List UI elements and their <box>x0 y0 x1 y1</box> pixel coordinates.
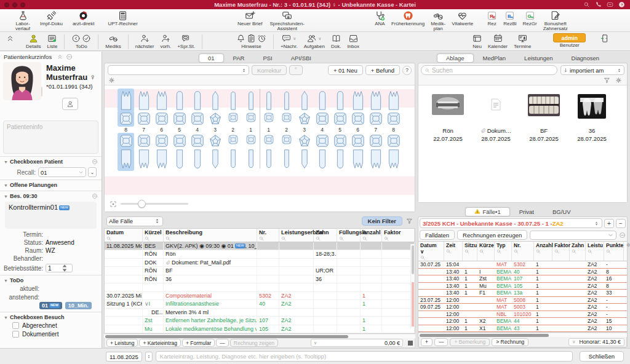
tooth-15-root-lower[interactable] <box>170 148 188 170</box>
add-service-button[interactable]: + <box>421 338 433 346</box>
doc-thumbnail[interactable] <box>476 94 516 125</box>
column-header-kürze[interactable]: Kürze <box>477 242 495 261</box>
column-header-nr-[interactable]: Nr. <box>512 242 534 261</box>
checkbox[interactable] <box>12 322 19 329</box>
column-search-icon[interactable] <box>384 236 389 241</box>
tooth-25-occlusal-lower[interactable] <box>331 133 349 148</box>
journal-row[interactable]: 11.08.2025 Mo.BESGKV(2. APK) ◉ 09:30 ◉ 0… <box>105 242 415 251</box>
journal-row[interactable]: ZstEntfernen harter Zahnbeläge, je Sitzu… <box>105 317 415 325</box>
tooth-18-occlusal[interactable] <box>117 111 135 126</box>
column-search-icon[interactable] <box>339 236 344 241</box>
zoom-window-button[interactable] <box>20 2 25 7</box>
tab-leistungen[interactable]: Leistungen <box>515 53 562 63</box>
xray-thumbnail[interactable] <box>572 94 612 125</box>
column-header-anzahl[interactable]: Anzahl <box>361 229 382 242</box>
help-button[interactable]: ? <box>402 66 412 75</box>
zoom-slider[interactable] <box>121 203 188 205</box>
checkbox-row-abgerechnet[interactable]: Abgerechnet <box>12 322 98 329</box>
column-header-kürzel[interactable]: Kürzel <box>143 229 164 242</box>
toolbar-item-chevup2[interactable] <box>2 33 18 44</box>
rechnung-button[interactable]: > Rechnung <box>492 338 528 346</box>
tooth-13-occlusal-lower[interactable] <box>206 133 224 148</box>
tooth-13-root-lower[interactable] <box>206 148 224 170</box>
column-search-icon[interactable] <box>259 236 264 241</box>
tab-privat[interactable]: Privat <box>510 207 543 216</box>
sort-select[interactable]: importiert am <box>560 65 624 75</box>
tooth-23-occlusal-lower[interactable] <box>295 133 313 148</box>
tooth-21-root[interactable] <box>260 89 277 111</box>
tab-01[interactable]: 01 <box>199 53 224 63</box>
billing-row[interactable]: 12:001X2BEMA441ZA215 <box>418 318 627 325</box>
tooth-15-root[interactable] <box>170 89 188 111</box>
column-header-nr-[interactable]: Nr. <box>257 229 279 242</box>
help-icon[interactable]: ? <box>618 1 625 8</box>
toolbar-item-nachr[interactable]: ∨+Nachr. <box>277 33 301 49</box>
tooth-11-occlusal[interactable] <box>242 111 260 126</box>
patient-detail-button[interactable] <box>62 98 78 110</box>
column-search-icon[interactable] <box>316 236 321 241</box>
column-header-datum[interactable]: Datum <box>105 229 143 242</box>
toolbar-item-termine[interactable]: Termine <box>511 33 534 49</box>
toolbar-item-aufgaben[interactable]: ∨Aufgaben <box>301 33 328 49</box>
betriebsstaette-stepper[interactable]: 1 <box>46 264 73 272</box>
billing-row[interactable]: 09.07.2512:00MAT50031ZA2- <box>418 304 627 311</box>
column-header-anzahl[interactable]: Anzahl <box>534 242 552 261</box>
tooth-26-occlusal-lower[interactable] <box>349 133 367 148</box>
journal-button-[interactable]: — <box>216 339 229 347</box>
tooth-18-occlusal-lower[interactable] <box>117 133 135 148</box>
tooth-16-root-lower[interactable] <box>153 148 170 170</box>
checkbox[interactable] <box>12 331 19 338</box>
billing-row[interactable]: 12:00NBL1010201ZA2- <box>418 311 627 318</box>
command-input[interactable]: Karteieintrag, Leistung, Diagnose etc. h… <box>156 351 573 362</box>
toolbar-item-hinweise[interactable]: Hinweise <box>233 33 269 49</box>
column-header-faktor[interactable]: Faktor <box>382 229 415 242</box>
journal-row[interactable]: MuLokale medikamentöse Behandlung von Sc… <box>105 325 415 334</box>
korrektur-button[interactable]: Korrektur <box>252 65 287 75</box>
tooth-12-root[interactable] <box>224 89 242 111</box>
minus-circle-icon[interactable] <box>92 193 98 199</box>
gear-icon[interactable] <box>626 242 630 248</box>
ablage-item-rn[interactable]: Rön22.07.2025 <box>428 94 468 202</box>
column-search-icon[interactable] <box>145 236 150 241</box>
gear-icon[interactable] <box>615 77 622 84</box>
tooth-18-root[interactable] <box>117 89 135 111</box>
tooth-22-root-lower[interactable] <box>277 148 295 170</box>
journal-button-leistung[interactable]: + Leistung <box>106 339 138 347</box>
kein-filter-button[interactable]: Kein Filter <box>362 216 402 226</box>
patient-info-field[interactable]: Patienteninfo <box>3 121 98 154</box>
tooth-25-root[interactable] <box>331 89 349 111</box>
minimize-window-button[interactable] <box>12 2 17 7</box>
billing-row[interactable]: 30.07.2515:04MAT53021ZA2- <box>418 261 627 269</box>
toolbar-item-rez[interactable]: RRez <box>484 10 500 26</box>
journal-row-spacer[interactable] <box>105 283 415 292</box>
billing-hscrollbar[interactable] <box>418 333 627 337</box>
case-filter-select[interactable]: Alle Fälle <box>106 216 163 226</box>
column-header-punkte[interactable]: Punkte <box>604 242 624 261</box>
tab-f-lle-1[interactable]: Fälle•1 <box>465 207 509 216</box>
journal-row[interactable]: RÖNRön18-28;3… <box>105 250 415 259</box>
tooth-23-occlusal[interactable] <box>295 111 313 126</box>
tab-api-sbi[interactable]: API/SBI <box>282 53 321 63</box>
journal-button-karteieintrag[interactable]: + Karteieintrag <box>139 339 181 347</box>
toolbar-item-impf-doku[interactable]: Impf-Doku <box>37 10 66 26</box>
column-search-icon[interactable] <box>165 236 170 241</box>
tooth-24-root-lower[interactable] <box>313 148 331 170</box>
toolbar-item-upt-rechner[interactable]: UPT-Rechner <box>105 10 140 26</box>
pano-thumbnail[interactable] <box>428 94 468 125</box>
tooth-24-occlusal[interactable] <box>313 111 331 126</box>
minus-circle-icon[interactable] <box>63 53 70 60</box>
phone-icon[interactable] <box>595 1 602 8</box>
tooth-28-occlusal[interactable] <box>385 111 402 126</box>
tooth-26-occlusal[interactable] <box>349 111 367 126</box>
tab-ablage[interactable]: Ablage <box>437 53 474 63</box>
toolbar-item-neuer-brief[interactable]: Neuer Brief <box>234 10 265 26</box>
tooth-27-root-lower[interactable] <box>367 148 385 170</box>
toolbar-item-inbox[interactable]: Inbox <box>344 33 362 49</box>
recall-expand-button[interactable]: ⌄ <box>88 167 97 177</box>
column-search-icon[interactable] <box>281 236 286 241</box>
journal-row[interactable]: RÖNBFUR;OR <box>105 267 415 275</box>
tooth-21-occlusal[interactable] <box>260 111 277 126</box>
billing-row[interactable]: 13:401F1BEMA13a1ZA233 <box>418 290 627 297</box>
column-header-zahn[interactable]: Zahn <box>314 229 337 242</box>
column-header-leistu[interactable]: Leistu <box>586 242 604 261</box>
